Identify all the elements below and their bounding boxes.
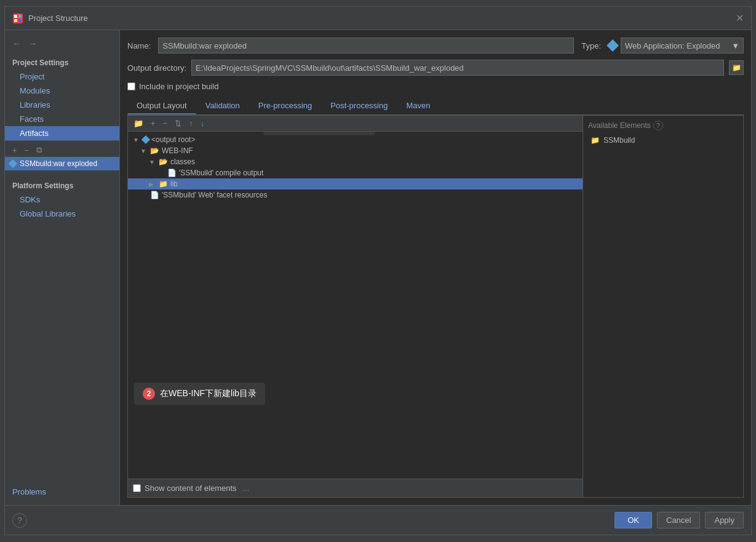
name-input[interactable] — [158, 38, 574, 54]
layout-add-button[interactable]: + — [148, 118, 159, 129]
project-structure-dialog: Project Structure ✕ ← → Project Settings… — [4, 6, 752, 535]
tree-item-label: WEB-INF — [162, 146, 193, 155]
sidebar-item-modules[interactable]: Modules — [5, 84, 119, 98]
folder-add-button[interactable]: 📁 — [130, 118, 146, 129]
artifact-list-header: + − ⧉ — [5, 143, 119, 157]
layout-sort-button[interactable]: ⇅ — [172, 118, 185, 129]
sidebar-item-project[interactable]: Project — [5, 70, 119, 84]
show-content-checkbox[interactable] — [133, 484, 141, 492]
back-button[interactable]: ← — [10, 38, 23, 50]
output-dir-input[interactable] — [191, 60, 724, 76]
add-artifact-button[interactable]: + — [10, 145, 20, 156]
tree-item-facet-resources[interactable]: ▶ 📄 'SSMbuild' Web' facet resources — [128, 189, 583, 201]
tabs-row: Output Layout Validation Pre-processing … — [127, 97, 744, 115]
folder-icon: 📂 — [150, 146, 159, 155]
available-item-label: SSMbuild — [603, 136, 635, 145]
root-icon — [141, 135, 150, 144]
tooltip-text-2: 在WEB-INF下新建lib目录 — [160, 388, 257, 399]
available-help-icon: ? — [653, 121, 663, 130]
layout-up-button[interactable]: ↑ — [186, 118, 196, 129]
sidebar-item-sdks[interactable]: SDKs — [5, 193, 119, 207]
right-panel: Name: Type: Web Application: Exploded ▼ … — [120, 30, 751, 505]
output-dir-row: Output directory: 📁 — [127, 60, 744, 76]
copy-artifact-button[interactable]: ⧉ — [34, 145, 44, 156]
tree-item-label: <output root> — [151, 135, 195, 144]
artifact-list-item[interactable]: SSMbuild:war exploded — [5, 157, 119, 170]
svg-rect-1 — [14, 15, 17, 18]
svg-rect-2 — [18, 15, 22, 18]
output-dir-label: Output directory: — [127, 63, 186, 73]
available-elements-panel: Available Elements ? 📁 SSMbuild — [583, 116, 743, 497]
tree-item-compile-output[interactable]: ▶ 📄 'SSMbuild' compile output — [128, 167, 583, 178]
expand-icon: ▼ — [133, 137, 140, 143]
cancel-button[interactable]: Cancel — [657, 512, 700, 528]
show-content-row: Show content of elements ... — [128, 479, 583, 497]
tab-output-layout[interactable]: Output Layout — [127, 97, 196, 114]
sidebar-item-libraries[interactable]: Libraries — [5, 98, 119, 112]
folder-icon: 📁 — [159, 180, 168, 188]
show-content-button[interactable]: ... — [241, 483, 252, 493]
name-row: Name: Type: Web Application: Exploded ▼ — [127, 38, 744, 54]
type-select-value: Web Application: Exploded — [625, 41, 720, 50]
browse-button[interactable]: 📁 — [729, 60, 744, 75]
available-header: Available Elements ? — [588, 121, 738, 130]
layout-toolbar: 📁 + − ⇅ ↑ ↓ — [128, 116, 583, 132]
layout-remove-button[interactable]: − — [160, 118, 171, 129]
tree-item-output-root[interactable]: ▼ <output root> — [128, 134, 583, 145]
tree-item-lib[interactable]: ▶ 📁 lib — [128, 178, 583, 189]
sidebar: ← → Project Settings Project Modules Lib… — [5, 30, 120, 505]
name-label: Name: — [127, 41, 151, 50]
bottom-bar: ? OK Cancel Apply — [5, 505, 751, 535]
intellij-logo-icon — [12, 13, 23, 24]
title-bar: Project Structure ✕ — [5, 7, 751, 30]
artifact-name: SSMbuild:war exploded — [20, 159, 97, 168]
sidebar-divider — [5, 173, 119, 178]
sidebar-item-facets[interactable]: Facets — [5, 112, 119, 126]
available-item-ssmb[interactable]: 📁 SSMbuild — [588, 134, 738, 146]
sidebar-item-problems[interactable]: Problems — [5, 484, 119, 500]
type-select-wrapper: Web Application: Exploded ▼ — [608, 38, 744, 54]
apply-button[interactable]: Apply — [705, 512, 744, 528]
layout-area: 📁 + − ⇅ ↑ ↓ ▼ <output root> — [127, 115, 744, 498]
platform-settings-header: Platform Settings — [5, 178, 119, 193]
tooltip-create-lib: 2 在WEB-INF下新建lib目录 — [134, 383, 265, 405]
module-icon: 📁 — [591, 136, 600, 145]
include-label: Include in project build — [139, 82, 218, 91]
tooltip-badge-2: 2 — [143, 388, 155, 400]
svg-rect-4 — [18, 19, 22, 22]
file-icon: 📄 — [167, 169, 177, 177]
svg-rect-3 — [14, 19, 17, 22]
type-select[interactable]: Web Application: Exploded ▼ — [621, 38, 744, 54]
sidebar-item-global-libraries[interactable]: Global Libraries — [5, 207, 119, 221]
title-bar-left: Project Structure — [12, 13, 88, 24]
nav-buttons: ← → — [5, 35, 119, 55]
tree-item-label: classes — [170, 157, 195, 166]
help-button[interactable]: ? — [12, 513, 27, 528]
ok-button[interactable]: OK — [615, 512, 652, 528]
forward-button[interactable]: → — [26, 38, 39, 50]
include-checkbox[interactable] — [127, 82, 135, 90]
expand-icon: ▼ — [149, 159, 156, 165]
tree-item-classes[interactable]: ▼ 📂 classes — [128, 156, 583, 167]
tab-post-processing[interactable]: Post-processing — [321, 97, 397, 114]
type-select-chevron: ▼ — [731, 41, 739, 50]
dialog-title: Project Structure — [28, 14, 88, 23]
tab-validation[interactable]: Validation — [196, 97, 249, 114]
layout-tree: ▼ <output root> ▼ 📂 WEB-INF ▼ 📂 c — [128, 132, 583, 479]
tab-pre-processing[interactable]: Pre-processing — [249, 97, 321, 114]
type-icon — [607, 39, 619, 52]
artifact-list: + − ⧉ SSMbuild:war exploded — [5, 140, 119, 173]
show-content-label: Show content of elements — [145, 484, 237, 493]
sidebar-item-artifacts[interactable]: Artifacts — [5, 126, 119, 140]
main-content: ← → Project Settings Project Modules Lib… — [5, 30, 751, 505]
tab-maven[interactable]: Maven — [397, 97, 439, 114]
tree-item-label: lib — [170, 180, 178, 188]
close-button[interactable]: ✕ — [736, 12, 744, 24]
available-title: Available Elements — [588, 121, 651, 130]
remove-artifact-button[interactable]: − — [22, 145, 32, 156]
expand-icon: ▶ — [149, 181, 156, 188]
expand-icon: ▼ — [140, 148, 148, 154]
layout-down-button[interactable]: ↓ — [197, 118, 208, 129]
tree-item-label: 'SSMbuild' Web' facet resources — [162, 191, 267, 199]
tree-item-webinf[interactable]: ▼ 📂 WEB-INF — [128, 145, 583, 156]
